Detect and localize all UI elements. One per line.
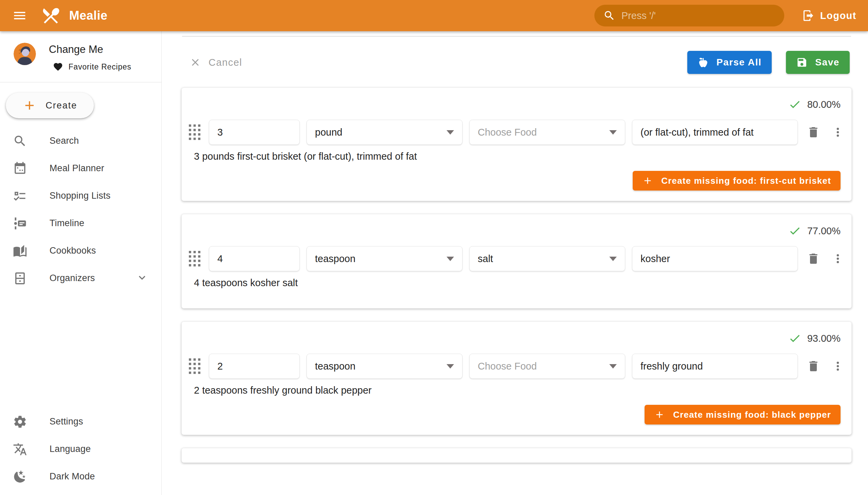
check-icon [788,224,801,237]
nav-label: Organizers [50,273,95,284]
more-options-button[interactable] [829,123,847,141]
original-ingredient-text: 4 teaspoons kosher salt [182,274,851,308]
delete-button[interactable] [805,357,822,375]
create-missing-food-button[interactable]: Create missing food: first-cut brisket [633,171,840,190]
unit-select[interactable]: teaspoon [307,246,462,271]
check-icon [788,98,801,111]
gear-icon [13,415,27,429]
unit-select[interactable]: teaspoon [307,354,462,379]
drag-handle-icon[interactable] [187,357,202,376]
food-select[interactable]: salt [469,246,625,271]
sidebar-item-dark-mode[interactable]: Dark Mode [0,463,161,490]
search-icon [603,10,615,22]
food-select[interactable]: Choose Food [469,120,625,145]
note-input[interactable] [632,120,798,145]
check-icon [788,332,801,345]
sidebar-nav: Search Meal Planner Shopping Lists [0,123,161,292]
drag-handle-icon[interactable] [187,123,202,142]
food-value: salt [478,253,493,264]
translate-icon [13,442,27,456]
parse-all-button[interactable]: Parse All [687,51,772,74]
note-input[interactable] [632,354,798,379]
kebab-menu-icon [831,359,845,373]
dropdown-arrow-icon [609,257,617,261]
trash-icon [806,252,820,266]
parser-toolbar: Cancel Parse All Save [182,37,852,87]
confidence-row: 93.00% [182,322,851,347]
sidebar-item-settings[interactable]: Settings [0,408,161,435]
menu-icon[interactable] [9,5,31,27]
ingredient-input-row: teaspoon Choose Food [182,347,851,381]
mealie-logo-icon [41,5,61,26]
unit-value: teaspoon [315,361,355,372]
quantity-input[interactable] [209,120,300,145]
quantity-input[interactable] [209,246,300,271]
food-select[interactable]: Choose Food [469,354,625,379]
missing-food-row: Create missing food: black pepper [182,404,851,434]
logout-button[interactable]: Logout [799,6,859,25]
sidebar-item-timeline[interactable]: Timeline [0,209,161,237]
calendar-icon [13,161,27,176]
apple-icon [697,57,709,68]
search-input[interactable] [622,10,776,21]
cancel-button[interactable]: Cancel [189,57,242,68]
ingredient-card-partial [182,448,852,463]
checklist-icon [13,189,27,203]
plus-icon [642,175,653,186]
avatar [14,43,36,65]
sidebar-item-shopping-lists[interactable]: Shopping Lists [0,182,161,209]
save-button[interactable]: Save [786,51,850,74]
dropdown-arrow-icon [609,130,617,135]
sidebar-item-cookbooks[interactable]: Cookbooks [0,237,161,264]
trash-icon [806,125,820,139]
sidebar-item-search[interactable]: Search [0,127,161,155]
parse-all-label: Parse All [716,57,762,68]
create-missing-food-label: Create missing food: first-cut brisket [661,176,831,186]
nav-label: Dark Mode [50,471,95,482]
sidebar-item-organizers[interactable]: Organizers [0,264,161,292]
cancel-label: Cancel [208,57,242,68]
note-input[interactable] [632,246,798,271]
ingredient-input-row: pound Choose Food [182,113,851,148]
delete-button[interactable] [805,250,822,268]
nav-label: Cookbooks [50,245,96,256]
create-missing-food-button[interactable]: Create missing food: black pepper [645,405,840,425]
create-button[interactable]: Create [6,92,94,118]
drag-handle-icon[interactable] [187,249,202,268]
quantity-input[interactable] [209,354,300,379]
missing-food-row: Create missing food: first-cut brisket [182,170,851,201]
food-placeholder: Choose Food [478,127,537,138]
chevron-down-icon[interactable] [136,271,149,286]
plus-icon [654,409,665,420]
more-options-button[interactable] [829,250,847,268]
user-profile[interactable]: Change Me Favorite Recipes [0,31,161,82]
logout-label: Logout [820,10,856,21]
unit-value: teaspoon [315,253,355,264]
nav-label: Shopping Lists [50,190,110,201]
search-bar[interactable] [594,5,784,27]
timeline-icon [13,216,27,231]
app-header: Mealie Logout [0,0,868,31]
save-icon [796,57,807,68]
delete-button[interactable] [805,123,822,141]
unit-select[interactable]: pound [307,120,462,145]
sidebar-divider [0,82,161,82]
trash-icon [806,359,820,373]
moon-icon [13,470,27,484]
nav-label: Meal Planner [50,163,104,174]
nav-label: Settings [50,416,83,427]
plus-icon [22,98,37,113]
search-icon [13,134,27,148]
dropdown-arrow-icon [446,257,454,261]
original-ingredient-text: 3 pounds first-cut brisket (or flat-cut)… [182,148,851,170]
ingredient-input-row: teaspoon salt [182,239,851,274]
sidebar-item-meal-planner[interactable]: Meal Planner [0,155,161,182]
sidebar-item-language[interactable]: Language [0,435,161,463]
kebab-menu-icon [831,252,845,266]
dropdown-arrow-icon [446,364,454,369]
confidence-row: 80.00% [182,88,851,113]
favorite-recipes-link[interactable]: Favorite Recipes [53,62,131,72]
more-options-button[interactable] [829,357,847,375]
ingredient-card: 93.00% teaspoon Choose Food [182,321,852,435]
sidebar-bottom-nav: Settings Language Dark Mode [0,408,161,495]
